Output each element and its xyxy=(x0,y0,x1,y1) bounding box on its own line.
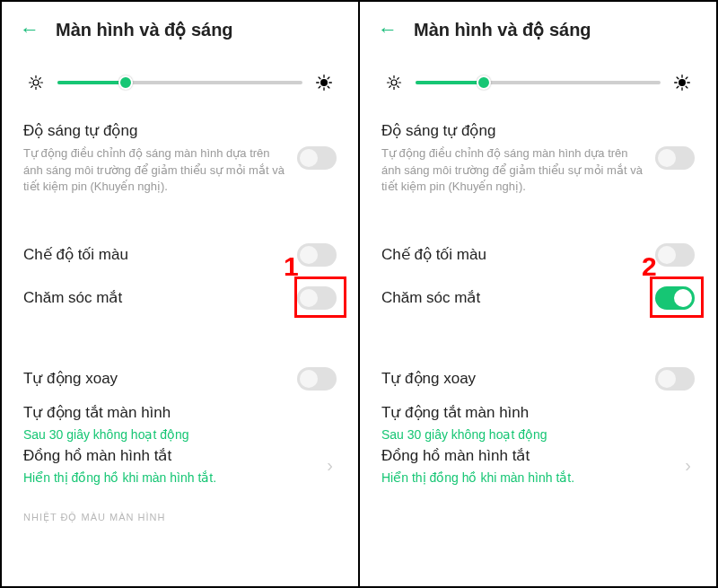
dark-mode-toggle[interactable] xyxy=(297,243,337,267)
chevron-right-icon: › xyxy=(323,455,337,476)
brightness-high-icon xyxy=(315,74,333,92)
aod-title: Đồng hồ màn hình tắt xyxy=(23,445,312,467)
brightness-slider-row xyxy=(2,50,358,108)
svg-line-23 xyxy=(390,78,391,80)
eye-care-row[interactable]: Chăm sóc mắt xyxy=(381,276,695,320)
eye-care-toggle[interactable] xyxy=(297,286,337,310)
dark-mode-row[interactable]: Chế độ tối màu xyxy=(23,233,337,276)
aod-sub: Hiển thị đồng hồ khi màn hình tắt. xyxy=(23,470,312,485)
auto-rotate-title: Tự động xoay xyxy=(381,368,644,390)
back-icon[interactable]: ← xyxy=(20,18,39,41)
svg-point-0 xyxy=(33,80,39,85)
svg-line-7 xyxy=(31,86,33,88)
brightness-high-icon xyxy=(673,74,691,92)
brightness-slider[interactable] xyxy=(416,81,661,84)
aod-row[interactable]: Đồng hồ màn hình tắt Hiển thị đồng hồ kh… xyxy=(23,443,337,487)
dark-mode-title: Chế độ tối màu xyxy=(23,244,286,266)
svg-line-15 xyxy=(328,86,329,88)
section-label-cutoff: NHIỆT ĐỘ MÀU MÀN HÌNH xyxy=(2,512,358,523)
auto-brightness-toggle[interactable] xyxy=(297,146,337,170)
auto-rotate-row[interactable]: Tự động xoay xyxy=(381,357,695,400)
svg-line-17 xyxy=(328,77,329,79)
auto-off-sub: Sau 30 giây không hoạt động xyxy=(381,427,684,442)
settings-panel-1: ← Màn hình và độ sáng xyxy=(2,2,358,586)
auto-rotate-toggle[interactable] xyxy=(655,367,695,391)
auto-brightness-desc: Tự động điều chỉnh độ sáng màn hình dựa … xyxy=(23,145,286,197)
auto-rotate-toggle[interactable] xyxy=(297,367,337,391)
auto-brightness-title: Độ sáng tự động xyxy=(381,120,644,142)
svg-line-34 xyxy=(677,86,679,88)
eye-care-title: Chăm sóc mắt xyxy=(23,287,286,309)
header: ← Màn hình và độ sáng xyxy=(2,2,358,50)
svg-line-26 xyxy=(398,78,399,80)
auto-brightness-desc: Tự động điều chỉnh độ sáng màn hình dựa … xyxy=(381,145,644,197)
auto-off-row[interactable]: Tự động tắt màn hình Sau 30 giây không h… xyxy=(381,400,695,443)
svg-line-16 xyxy=(319,86,320,88)
header: ← Màn hình và độ sáng xyxy=(360,2,716,50)
auto-off-row[interactable]: Tự động tắt màn hình Sau 30 giây không h… xyxy=(23,400,337,443)
auto-brightness-title: Độ sáng tự động xyxy=(23,120,286,142)
page-title: Màn hình và độ sáng xyxy=(414,19,591,40)
aod-sub: Hiển thị đồng hồ khi màn hình tắt. xyxy=(381,470,670,485)
brightness-slider-row xyxy=(360,50,716,108)
svg-line-24 xyxy=(398,86,399,88)
svg-point-9 xyxy=(321,80,328,86)
back-icon[interactable]: ← xyxy=(378,18,398,41)
dark-mode-row[interactable]: Chế độ tối màu xyxy=(381,233,695,276)
auto-rotate-row[interactable]: Tự động xoay xyxy=(23,357,337,400)
aod-row[interactable]: Đồng hồ màn hình tắt Hiển thị đồng hồ kh… xyxy=(381,443,695,487)
settings-panel-2: ← Màn hình và độ sáng xyxy=(358,2,716,586)
auto-off-sub: Sau 30 giây không hoạt động xyxy=(23,427,326,442)
dark-mode-title: Chế độ tối màu xyxy=(381,244,644,266)
svg-point-27 xyxy=(679,80,686,86)
svg-line-35 xyxy=(686,77,687,79)
auto-off-title: Tự động tắt màn hình xyxy=(381,402,684,424)
eye-care-toggle[interactable] xyxy=(655,286,695,310)
auto-rotate-title: Tự động xoay xyxy=(23,368,286,390)
auto-brightness-row: Độ sáng tự động Tự động điều chỉnh độ sá… xyxy=(23,120,337,196)
chevron-right-icon: › xyxy=(681,455,695,476)
svg-point-18 xyxy=(391,80,397,85)
svg-line-8 xyxy=(39,78,41,80)
brightness-low-icon xyxy=(27,74,45,92)
aod-title: Đồng hồ màn hình tắt xyxy=(381,445,670,467)
svg-line-6 xyxy=(39,86,41,88)
eye-care-row[interactable]: Chăm sóc mắt xyxy=(23,276,337,320)
eye-care-title: Chăm sóc mắt xyxy=(381,287,644,309)
auto-off-title: Tự động tắt màn hình xyxy=(23,402,326,424)
page-title: Màn hình và độ sáng xyxy=(56,19,233,40)
svg-line-14 xyxy=(319,77,320,79)
svg-line-33 xyxy=(686,86,687,88)
svg-line-25 xyxy=(390,86,391,88)
brightness-slider[interactable] xyxy=(57,81,302,84)
dark-mode-toggle[interactable] xyxy=(655,243,695,267)
auto-brightness-toggle[interactable] xyxy=(655,146,695,170)
svg-line-5 xyxy=(31,78,33,80)
svg-line-32 xyxy=(677,77,679,79)
auto-brightness-row: Độ sáng tự động Tự động điều chỉnh độ sá… xyxy=(381,120,695,196)
brightness-low-icon xyxy=(385,74,403,92)
